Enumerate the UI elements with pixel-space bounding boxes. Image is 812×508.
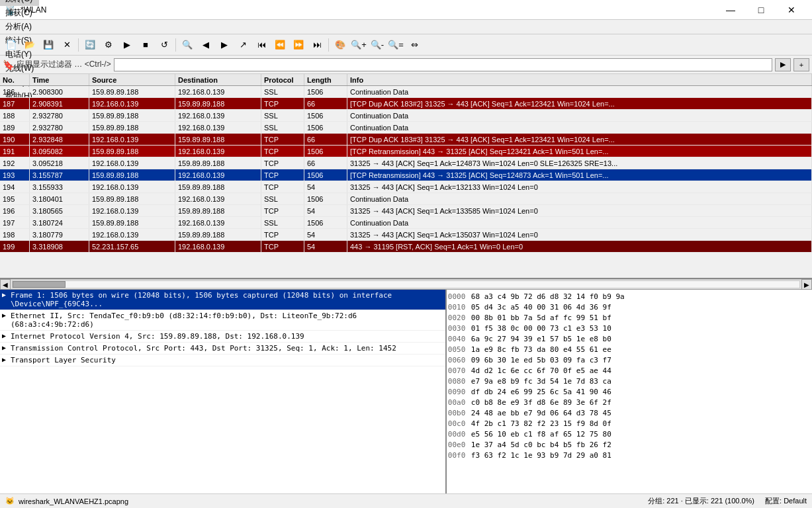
hex-row: 001005 d4 3c a5 40 00 31 06 4d 36 9f <box>448 302 811 312</box>
hscroll-left[interactable]: ◀ <box>0 279 11 290</box>
toolbar-open[interactable]: 📂 <box>21 37 38 53</box>
filter-icon: 🔖 <box>3 60 14 70</box>
expand-icon: ▶ <box>2 344 6 351</box>
filter-input[interactable] <box>114 58 772 71</box>
packet-row[interactable]: 1892.932780159.89.89.188192.168.0.139SSL… <box>0 122 812 134</box>
hscroll-right[interactable]: ▶ <box>801 279 812 290</box>
toolbar-colorize[interactable]: 🎨 <box>332 37 349 53</box>
toolbar-zoom-reset[interactable]: 🔍= <box>387 37 404 53</box>
maximize-button[interactable]: □ <box>746 0 776 20</box>
packet-row[interactable]: 1872.908391192.168.0.139159.89.89.188TCP… <box>0 98 812 110</box>
toolbar-stop-capture[interactable]: ■ <box>137 37 154 53</box>
packet-row[interactable]: 1963.180565192.168.0.139159.89.89.188TCP… <box>0 205 812 217</box>
toolbar-sep-3 <box>328 38 329 52</box>
toolbar-sep-1 <box>78 38 79 52</box>
expand-icon: ▶ <box>2 291 6 298</box>
toolbar-reload[interactable]: 🔄 <box>81 37 99 53</box>
detail-row[interactable]: ▶Internet Protocol Version 4, Src: 159.8… <box>0 331 445 343</box>
status-left: 🐱 wireshark_WLANVAEHZ1.pcapng <box>5 497 128 505</box>
toolbar-zoom-in[interactable]: 🔍+ <box>350 37 367 53</box>
status-filename: wireshark_WLANVAEHZ1.pcapng <box>19 497 128 505</box>
packet-row[interactable]: 1953.180401159.89.89.188192.168.0.139SSL… <box>0 193 812 205</box>
menu-item-跳转g[interactable]: 跳转(G) <box>0 0 39 6</box>
col-header-info: Info <box>347 74 812 85</box>
packet-row[interactable]: 1862.908300159.89.89.188192.168.0.139SSL… <box>0 86 812 98</box>
toolbar-sep-2 <box>175 38 176 52</box>
packet-row[interactable]: 1943.155933192.168.0.139159.89.89.188TCP… <box>0 181 812 193</box>
hex-row: 000068 a3 c4 9b 72 d6 d8 32 14 f0 b9 9a <box>448 291 811 302</box>
hex-row: 00c04f 2b c1 73 82 f2 23 15 f9 8d 0f <box>448 418 811 429</box>
toolbar-find[interactable]: 🔍 <box>179 37 196 53</box>
toolbar-capture-opts[interactable]: ⚙ <box>100 37 117 53</box>
toolbar-resize-cols[interactable]: ⇔ <box>406 37 423 53</box>
packet-list-body[interactable]: 1862.908300159.89.89.188192.168.0.139SSL… <box>0 86 812 279</box>
packet-row[interactable]: 1933.155787159.89.89.188192.168.0.139TCP… <box>0 169 812 181</box>
expand-icon: ▶ <box>2 332 6 339</box>
detail-row[interactable]: ▶Frame 1: 1506 bytes on wire (12048 bits… <box>0 290 445 310</box>
toolbar-zoom-out[interactable]: 🔍- <box>369 37 386 53</box>
status-bar: 🐱 wireshark_WLANVAEHZ1.pcapng 分组: 221 · … <box>0 493 812 508</box>
toolbar-back[interactable]: ◀ <box>197 37 214 53</box>
status-icon: 🐱 <box>5 497 15 505</box>
expand-icon: ▶ <box>2 356 6 363</box>
packet-row[interactable]: 1882.932780159.89.89.188192.168.0.139SSL… <box>0 110 812 122</box>
detail-row[interactable]: ▶Transport Layer Security <box>0 355 445 366</box>
hex-row: 0080e7 9a e8 b9 fc 3d 54 1e 7d 83 ca <box>448 376 811 386</box>
hex-row: 0090df db 24 e6 99 25 6c 5a 41 90 46 <box>448 386 811 397</box>
filter-arrow-right[interactable]: ▶ <box>775 58 791 71</box>
hscroll-thumb[interactable] <box>13 281 66 288</box>
hex-row: 00b024 48 ae bb e7 9d 06 64 d3 78 45 <box>448 407 811 418</box>
toolbar-close[interactable]: ✕ <box>58 37 75 53</box>
hex-row: 00f0f3 63 f2 1c 1e 93 b9 7d 29 a0 81 <box>448 450 811 460</box>
col-header-dst: Destination <box>175 74 261 85</box>
hex-row: 00704d d2 1c 6e cc 6f 70 0f e5 ae 44 <box>448 365 811 376</box>
toolbar: 📄 📂 💾 ✕ 🔄 ⚙ ▶ ■ ↺ 🔍 ◀ ▶ ↗ ⏮ ⏪ ⏩ ⏭ 🎨 🔍+ 🔍… <box>0 34 812 56</box>
hex-row: 00501a e9 8c fb 73 da 80 e4 55 61 ee <box>448 344 811 355</box>
hex-row: 00406a 9c 27 94 39 e1 57 b5 1e e8 b0 <box>448 333 811 344</box>
title-bar: 📡 *WLAN — □ ✕ <box>0 0 812 20</box>
close-button[interactable]: ✕ <box>776 0 807 20</box>
packet-list-hscroll[interactable]: ◀ ▶ <box>0 279 812 290</box>
toolbar-restart-capture[interactable]: ↺ <box>156 37 173 53</box>
toolbar-prev[interactable]: ⏪ <box>271 37 289 53</box>
packet-row[interactable]: 1913.095082159.89.89.188192.168.0.139TCP… <box>0 146 812 157</box>
toolbar-last[interactable]: ⏭ <box>308 37 326 53</box>
toolbar-new[interactable]: 📄 <box>3 37 20 53</box>
col-header-no: No. <box>0 74 30 85</box>
toolbar-next[interactable]: ⏩ <box>290 37 307 53</box>
packet-row[interactable]: 1902.932848192.168.0.139159.89.89.188TCP… <box>0 134 812 146</box>
hex-row: 00d0e5 56 10 eb c1 f8 af 65 12 75 80 <box>448 429 811 439</box>
toolbar-save[interactable]: 💾 <box>40 37 57 53</box>
menu-item-捕获c[interactable]: 捕获(C) <box>0 6 39 20</box>
menu-item-分析a[interactable]: 分析(A) <box>0 20 39 34</box>
col-header-len: Length <box>304 74 347 85</box>
packet-details[interactable]: ▶Frame 1: 1506 bytes on wire (12048 bits… <box>0 290 447 508</box>
hscroll-track[interactable] <box>12 280 800 288</box>
status-profile: 配置: Default <box>765 496 807 506</box>
menu-bar: 文件(F)编辑(E)视图(V)跳转(G)捕获(C)分析(A)统计(S)电话(Y)… <box>0 20 812 34</box>
detail-row[interactable]: ▶Ethernet II, Src: TendaTec_f0:b9:b0 (d8… <box>0 310 445 331</box>
packet-row[interactable]: 1993.31890852.231.157.65192.168.0.139TCP… <box>0 241 812 253</box>
main-area: No. Time Source Destination Protocol Len… <box>0 74 812 508</box>
hex-row: 002000 8b 01 bb 7a 5d af fc 99 51 bf <box>448 312 811 323</box>
expand-icon: ▶ <box>2 312 6 319</box>
filter-add-button[interactable]: + <box>793 58 809 71</box>
minimize-button[interactable]: — <box>715 0 746 20</box>
filter-label: 应用显示过滤器 … <Ctrl-/> <box>17 59 111 70</box>
window-controls: — □ ✕ <box>715 0 807 20</box>
toolbar-first[interactable]: ⏮ <box>253 37 270 53</box>
col-header-time: Time <box>30 74 89 85</box>
packet-row[interactable]: 1923.095218192.168.0.139159.89.89.188TCP… <box>0 157 812 169</box>
packet-row[interactable]: 1983.180779192.168.0.139159.89.89.188TCP… <box>0 229 812 241</box>
packet-list-container: No. Time Source Destination Protocol Len… <box>0 74 812 279</box>
bottom-panels: ▶Frame 1: 1506 bytes on wire (12048 bits… <box>0 290 812 508</box>
packet-row[interactable]: 1973.180724159.89.89.188192.168.0.139SSL… <box>0 217 812 229</box>
hex-dump[interactable]: 000068 a3 c4 9b 72 d6 d8 32 14 f0 b9 9a0… <box>447 290 812 508</box>
detail-row[interactable]: ▶Transmission Control Protocol, Src Port… <box>0 343 445 355</box>
toolbar-start-capture[interactable]: ▶ <box>118 37 136 53</box>
toolbar-forward[interactable]: ▶ <box>216 37 233 53</box>
status-stats: 分组: 221 · 已显示: 221 (100.0%) <box>648 496 754 506</box>
hex-row: 003001 f5 38 0c 00 00 73 c1 e3 53 10 <box>448 323 811 333</box>
filter-bar: 🔖 应用显示过滤器 … <Ctrl-/> ▶ + <box>0 56 812 74</box>
toolbar-goto[interactable]: ↗ <box>234 37 251 53</box>
